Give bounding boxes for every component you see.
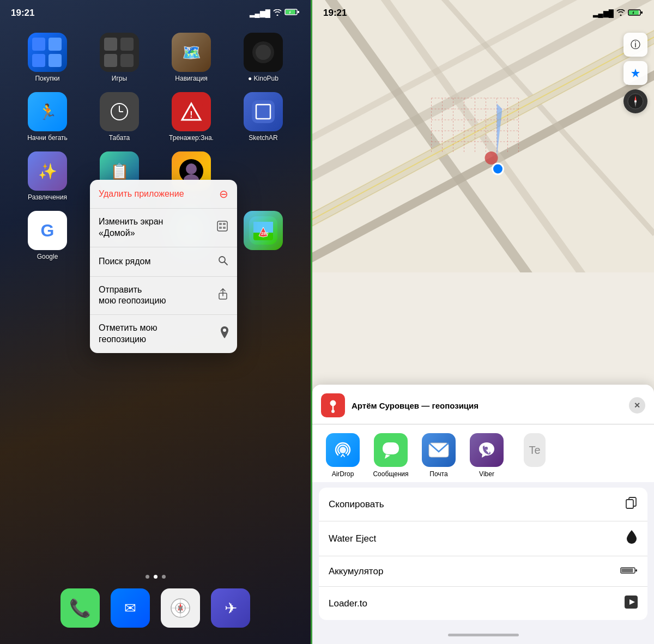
share-app-messages[interactable]: Сообщения <box>369 433 413 478</box>
svg-text:280: 280 <box>261 231 269 236</box>
battery-label: Аккумулятор <box>329 566 383 577</box>
left-phone: 19:21 ▂▄▆█ <box>0 0 311 644</box>
svg-rect-21 <box>223 223 226 225</box>
app-item-tabata[interactable]: Табата <box>88 92 150 142</box>
map-location-btn[interactable] <box>623 61 647 85</box>
app-item-google[interactable]: G Google <box>16 211 78 260</box>
dock: 📞 ✉ ✈ <box>0 588 311 628</box>
app-item-trainer[interactable]: ! Тренажер:Зна. <box>160 92 222 142</box>
messages-label: Сообщения <box>373 470 408 478</box>
action-loader[interactable]: Loader.to <box>319 587 647 620</box>
dock-phone[interactable]: 📞 <box>60 588 100 628</box>
app-icon-entertainment: ✨ <box>28 151 67 191</box>
share-close-button[interactable]: ✕ <box>629 397 645 414</box>
app-item-entertainment[interactable]: ✨ Развлечения <box>16 151 78 201</box>
app-label-sketchar: SketchAR <box>249 134 277 142</box>
svg-point-61 <box>485 151 498 165</box>
right-phone: 19:21 ▂▄▆█ <box>311 0 654 644</box>
app-icon-trainer: ! <box>172 92 211 131</box>
share-app-viber[interactable]: Viber <box>465 433 508 478</box>
app-item-igry[interactable]: Игры <box>88 33 150 82</box>
app-icon-pokupki <box>28 33 67 72</box>
copy-label: Скопировать <box>329 499 384 510</box>
svg-rect-10 <box>252 100 275 123</box>
menu-item-share-location[interactable]: Отправитьмою геопозицию <box>90 277 237 315</box>
menu-search-text: Поиск рядом <box>99 256 150 268</box>
app-item-sketchar[interactable]: SketchAR <box>232 92 294 142</box>
dock-mail[interactable]: ✉ <box>111 588 150 628</box>
messages-icon <box>374 433 408 467</box>
app-label-trainer: Тренажер:Зна. <box>169 134 214 142</box>
airdrop-label: AirDrop <box>332 470 354 478</box>
menu-share-text: Отправитьмою геопозицию <box>99 284 166 307</box>
menu-home-text: Изменить экран«Домой» <box>99 216 163 239</box>
signal-icon-left: ▂▄▆█ <box>250 9 270 17</box>
app-icon-sketchar <box>244 92 283 131</box>
svg-rect-71 <box>383 442 399 454</box>
app-label-pokupki: Покупки <box>35 75 59 82</box>
svg-rect-19 <box>217 221 227 231</box>
airdrop-icon <box>326 433 360 467</box>
battery-icon-left <box>284 8 300 18</box>
status-icons-left: ▂▄▆█ <box>250 8 300 18</box>
menu-item-mark-location[interactable]: Отметить моюгеопозицию <box>90 315 237 353</box>
svg-point-68 <box>330 400 336 406</box>
menu-delete-label: Удалить приложение <box>99 189 184 199</box>
app-icon-tabata <box>100 92 139 131</box>
wifi-icon-left <box>273 9 282 17</box>
signal-icon-right: ▂▄▆█ <box>593 9 614 17</box>
app-item-running[interactable]: 🏃 Начни бегать <box>16 92 78 142</box>
menu-home-icon <box>216 220 228 235</box>
app-label-igry: Игры <box>112 75 127 82</box>
share-icon <box>217 288 228 303</box>
copy-icon <box>625 496 638 512</box>
map-info-btn[interactable]: ⓘ <box>623 33 647 57</box>
svg-rect-77 <box>622 569 633 573</box>
app-icon-kinopub <box>244 33 283 72</box>
time-left: 19:21 <box>11 8 34 19</box>
share-app-airdrop[interactable]: AirDrop <box>321 433 365 478</box>
svg-point-27 <box>223 329 226 332</box>
app-item-navigation[interactable]: 🗺️ Навигация <box>160 33 222 82</box>
page-dots <box>0 575 311 579</box>
svg-line-25 <box>225 262 228 265</box>
status-bar-left: 19:21 ▂▄▆█ <box>0 0 311 22</box>
share-app-mail[interactable]: Почта <box>417 433 461 478</box>
dock-telegram[interactable]: ✈ <box>211 588 250 628</box>
loader-label: Loader.to <box>329 598 367 609</box>
action-list: Скопировать Water Eject Аккумулятор <box>319 488 647 620</box>
menu-item-search[interactable]: Поиск рядом <box>90 247 237 277</box>
delete-icon: ⊖ <box>219 187 228 201</box>
menu-item-home[interactable]: Изменить экран«Домой» <box>90 209 237 247</box>
app-item-kinopub[interactable]: ● KinoPub <box>232 33 294 82</box>
share-app-more[interactable]: Te <box>513 433 556 478</box>
wifi-icon-right <box>616 9 625 17</box>
svg-rect-20 <box>219 223 222 225</box>
battery-action-icon <box>620 565 638 578</box>
svg-rect-22 <box>219 227 222 229</box>
map-compass-btn[interactable] <box>623 89 647 113</box>
dock-safari[interactable] <box>161 588 200 628</box>
app-item-maps[interactable]: 280 <box>232 211 294 260</box>
svg-point-70 <box>340 447 346 453</box>
dot-1 <box>146 575 149 579</box>
app-item-pokupki[interactable]: Покупки <box>16 33 78 82</box>
action-water-eject[interactable]: Water Eject <box>319 521 647 556</box>
app-label-tabata: Табата <box>109 134 130 142</box>
action-copy[interactable]: Скопировать <box>319 488 647 521</box>
svg-point-69 <box>331 410 335 413</box>
svg-rect-35 <box>641 11 643 14</box>
svg-rect-78 <box>635 569 637 572</box>
svg-rect-23 <box>223 227 226 229</box>
app-label-google: Google <box>37 253 58 260</box>
status-bar-right: 19:21 ▂▄▆█ <box>312 0 654 22</box>
menu-item-delete[interactable]: Удалить приложение ⊖ <box>90 180 237 209</box>
app-icon-empty <box>244 151 283 191</box>
dot-3 <box>162 575 166 579</box>
menu-mark-text: Отметить моюгеопозицию <box>99 323 157 345</box>
action-battery[interactable]: Аккумулятор <box>319 556 647 587</box>
water-drop-icon <box>626 530 638 547</box>
app-icon-google: G <box>28 211 67 250</box>
map-area: 19:21 ▂▄▆█ <box>312 0 654 272</box>
pin-icon <box>221 326 228 341</box>
